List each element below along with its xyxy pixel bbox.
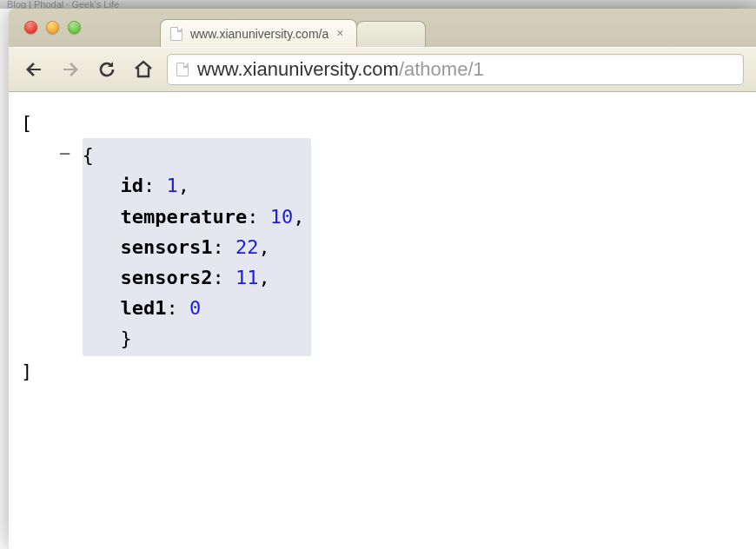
json-key: sensors2 [121,267,213,288]
json-comma: , [293,206,304,228]
back-button[interactable] [21,56,47,83]
json-object: { id: 1,temperature: 10,sensors1: 22,sen… [83,138,312,355]
json-key: sensors1 [121,236,213,258]
tab-title: www.xianuniversity.com/a [190,27,328,41]
json-value: 10 [270,206,294,228]
tab-close-button[interactable]: × [334,28,346,40]
json-row: sensors1: 22, [83,232,305,262]
page-content: [ − { id: 1,temperature: 10,sensors1: 22… [9,92,756,549]
browser-tab-active[interactable]: www.xianuniversity.com/a × [160,19,357,47]
toolbar: www.xianuniversity.com/athome/1 [9,47,756,92]
window-close-button[interactable] [24,21,37,34]
browser-tab-inactive[interactable] [356,21,426,47]
json-value: 0 [189,297,201,319]
home-button[interactable] [130,56,156,83]
url-path: /athome/1 [399,58,484,80]
os-tab-left: Blog | Phodal · Geek's Life [7,0,119,9]
json-key: led1 [121,297,167,319]
reload-button[interactable] [94,56,120,83]
json-colon: : [212,236,235,258]
tab-bar: www.xianuniversity.com/a × [9,9,756,47]
arrow-left-icon [23,59,44,80]
json-key: temperature [121,206,248,228]
json-viewer: [ − { id: 1,temperature: 10,sensors1: 22… [21,108,744,387]
forward-button[interactable] [57,56,83,83]
document-icon [176,63,189,76]
json-row: led1: 0 [83,293,305,323]
url-host: www.xianuniversity.com [197,58,399,80]
json-colon: : [143,175,167,196]
json-colon: : [212,267,235,288]
json-colon: : [247,206,270,228]
json-comma: , [258,267,269,288]
disclosure-toggle[interactable]: − [59,142,70,164]
window-zoom-button[interactable] [68,21,81,34]
traffic-lights [24,21,81,34]
array-open: [ [21,112,32,134]
reload-icon [96,59,117,80]
document-icon [170,27,182,41]
json-key: id [121,175,144,196]
json-value: 11 [235,267,259,288]
json-comma: , [178,175,189,196]
json-row: sensors2: 11, [83,262,305,293]
address-bar[interactable]: www.xianuniversity.com/athome/1 [167,54,744,85]
window-minimize-button[interactable] [46,21,59,34]
home-icon [133,59,154,80]
json-value: 1 [167,175,178,196]
array-close: ] [21,360,32,382]
arrow-right-icon [60,59,81,80]
object-close: } [121,327,132,349]
json-colon: : [166,297,189,319]
object-open: { [83,144,94,166]
json-row: temperature: 10, [83,202,305,232]
url-text: www.xianuniversity.com/athome/1 [197,58,484,81]
json-comma: , [258,236,269,258]
os-tab-strip: Blog | Phodal · Geek's Life [0,0,756,9]
json-row: id: 1, [83,170,305,201]
browser-window: www.xianuniversity.com/a × [9,9,756,549]
page-icon [169,27,183,41]
json-value: 22 [235,236,259,258]
